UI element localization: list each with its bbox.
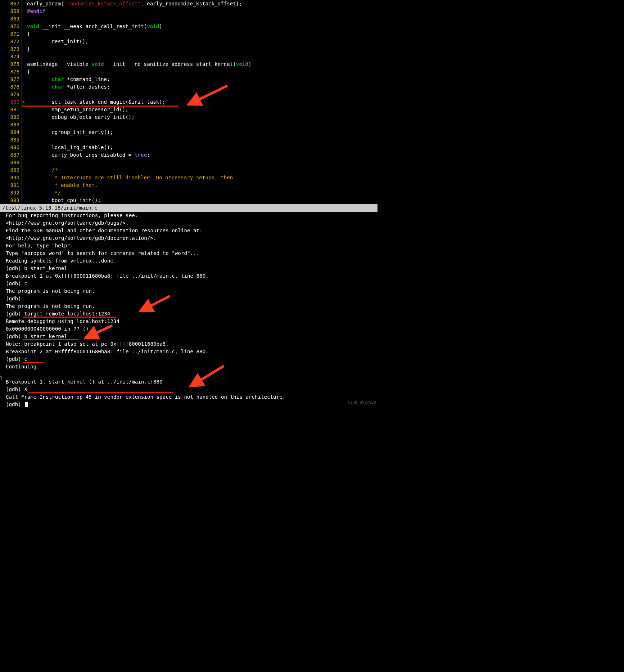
gdb-terminal-pane[interactable]: For bug reporting instructions, please s… bbox=[0, 212, 377, 407]
code-line[interactable]: 891 * enable them. bbox=[0, 182, 377, 189]
code-line[interactable]: 884 cgroup_init_early(); bbox=[0, 129, 377, 136]
editor-status-bar: /test/linux-5.13.18/init/main.c bbox=[0, 204, 377, 212]
code-line[interactable]: 886 local_irq_disable(); bbox=[0, 144, 377, 151]
terminal-line[interactable]: (gdb) b start_kernel bbox=[6, 265, 377, 272]
code-text[interactable]: void __init __weak arch_call_rest_init(v… bbox=[26, 23, 162, 30]
code-text[interactable]: boot_cpu_init(); bbox=[26, 197, 101, 204]
code-text[interactable]: char *after_dashes; bbox=[26, 83, 110, 91]
terminal-line[interactable]: <http://www.gnu.org/software/gdb/documen… bbox=[6, 234, 377, 242]
code-line[interactable]: 876{ bbox=[0, 68, 377, 76]
code-line[interactable]: 883 bbox=[0, 121, 377, 129]
code-text[interactable]: smp_setup_processor_id(); bbox=[26, 106, 128, 113]
terminal-line[interactable]: Find the GDB manual and other documentat… bbox=[6, 227, 377, 234]
code-line[interactable]: 868#endif bbox=[0, 8, 377, 15]
terminal-line[interactable]: <http://www.gnu.org/software/gdb/bugs/>. bbox=[6, 219, 377, 227]
terminal-line[interactable]: (gdb) c bbox=[6, 355, 377, 363]
line-number: 872 bbox=[4, 38, 22, 45]
highlight-underline bbox=[29, 392, 173, 393]
code-line[interactable]: 888 bbox=[0, 159, 377, 166]
code-text[interactable]: early_param("randomize_kstack_offset", e… bbox=[26, 0, 242, 8]
line-number: 893 bbox=[4, 197, 22, 204]
line-number: 874 bbox=[4, 53, 22, 61]
code-editor-pane[interactable]: 867early_param("randomize_kstack_offset"… bbox=[0, 0, 377, 204]
line-number: 869 bbox=[4, 15, 22, 23]
code-text[interactable]: early_boot_irqs_disabled = true; bbox=[26, 151, 150, 159]
terminal-line[interactable]: The program is not being run. bbox=[6, 303, 377, 310]
code-line[interactable]: 869 bbox=[0, 15, 377, 23]
breakpoint-column[interactable]: > bbox=[22, 98, 26, 106]
terminal-line[interactable]: 0x0000000040000000 in ?? () bbox=[6, 325, 377, 333]
code-text[interactable]: { bbox=[26, 68, 30, 76]
terminal-line[interactable]: Call Frame Instruction op 45 in vendor e… bbox=[6, 393, 377, 401]
terminal-cursor bbox=[25, 402, 28, 407]
code-text[interactable]: local_irq_disable(); bbox=[26, 144, 113, 151]
code-text[interactable]: char *command_line; bbox=[26, 76, 110, 83]
line-number: 885 bbox=[4, 136, 22, 144]
code-line[interactable]: 880> set_task_stack_end_magic(&init_task… bbox=[0, 98, 377, 106]
code-text[interactable]: * Interrupts are still disabled. Do nece… bbox=[26, 174, 233, 182]
code-text[interactable]: } bbox=[26, 45, 30, 53]
terminal-line[interactable]: Reading symbols from vmlinux...done. bbox=[6, 257, 377, 265]
line-number: 883 bbox=[4, 121, 22, 129]
line-number: 875 bbox=[4, 61, 22, 68]
code-line[interactable]: 872 rest_init(); bbox=[0, 38, 377, 45]
terminal-line[interactable]: (gdb) bbox=[6, 401, 377, 407]
terminal-line[interactable]: (gdb) bbox=[6, 295, 377, 303]
line-number: 876 bbox=[4, 68, 22, 76]
line-number: 877 bbox=[4, 76, 22, 83]
code-line[interactable]: 887 early_boot_irqs_disabled = true; bbox=[0, 151, 377, 159]
code-text[interactable]: asmlinkage __visible void __init __no_sa… bbox=[26, 61, 252, 68]
line-number: 871 bbox=[4, 30, 22, 38]
highlight-underline bbox=[23, 339, 78, 340]
highlight-underline bbox=[22, 106, 178, 107]
code-line[interactable]: 893 boot_cpu_init(); bbox=[0, 197, 377, 204]
terminal-line[interactable]: Type "apropos word" to search for comman… bbox=[6, 250, 377, 257]
terminal-line[interactable]: Continuing. bbox=[6, 363, 377, 371]
line-number: 867 bbox=[4, 0, 22, 8]
code-text[interactable]: #endif bbox=[26, 8, 45, 15]
terminal-line[interactable]: (gdb) c bbox=[6, 280, 377, 287]
code-text[interactable]: debug_objects_early_init(); bbox=[26, 113, 135, 121]
line-number: 882 bbox=[4, 113, 22, 121]
code-text[interactable]: cgroup_init_early(); bbox=[26, 129, 113, 136]
code-line[interactable]: 889 /* bbox=[0, 166, 377, 174]
line-number: 889 bbox=[4, 166, 22, 174]
terminal-line[interactable]: Note: breakpoint 1 also set at pc 0xffff… bbox=[6, 340, 377, 348]
line-number: 878 bbox=[4, 83, 22, 91]
line-number: 888 bbox=[4, 159, 22, 166]
line-number: 880 bbox=[4, 98, 22, 106]
terminal-line[interactable]: Breakpoint 2 at 0xffff800011680ba8: file… bbox=[6, 348, 377, 355]
terminal-line[interactable]: For bug reporting instructions, please s… bbox=[6, 212, 377, 219]
code-line[interactable]: 882 debug_objects_early_init(); bbox=[0, 113, 377, 121]
code-line[interactable]: 881 smp_setup_processor_id(); bbox=[0, 106, 377, 113]
code-text[interactable]: /* bbox=[26, 166, 58, 174]
terminal-line[interactable]: For help, type "help". bbox=[6, 242, 377, 250]
line-number: 881 bbox=[4, 106, 22, 113]
code-line[interactable]: 892 */ bbox=[0, 189, 377, 197]
terminal-line[interactable]: The program is not being run. bbox=[6, 287, 377, 295]
code-line[interactable]: 875asmlinkage __visible void __init __no… bbox=[0, 61, 377, 68]
code-text[interactable]: rest_init(); bbox=[26, 38, 89, 45]
code-text[interactable]: set_task_stack_end_magic(&init_task); bbox=[26, 98, 165, 106]
code-line[interactable]: 885 bbox=[0, 136, 377, 144]
terminal-line[interactable]: Breakpoint 1, start_kernel () at ../init… bbox=[6, 378, 377, 386]
line-number: 887 bbox=[4, 151, 22, 159]
line-number: 868 bbox=[4, 8, 22, 15]
code-line[interactable]: 877 char *command_line; bbox=[0, 76, 377, 83]
code-line[interactable]: 878 char *after_dashes; bbox=[0, 83, 377, 91]
line-number: 884 bbox=[4, 129, 22, 136]
terminal-line[interactable] bbox=[6, 371, 377, 378]
code-text[interactable]: */ bbox=[26, 189, 61, 197]
terminal-line[interactable]: Remote debugging using localhost:1234 bbox=[6, 318, 377, 325]
code-line[interactable]: 867early_param("randomize_kstack_offset"… bbox=[0, 0, 377, 8]
code-line[interactable]: 873} bbox=[0, 45, 377, 53]
code-line[interactable]: 890 * Interrupts are still disabled. Do … bbox=[0, 174, 377, 182]
code-line[interactable]: 874 bbox=[0, 53, 377, 61]
line-number: 892 bbox=[4, 189, 22, 197]
terminal-line[interactable]: Breakpoint 1 at 0xffff800011680ba8: file… bbox=[6, 272, 377, 280]
code-line[interactable]: 879 bbox=[0, 91, 377, 98]
code-line[interactable]: 871{ bbox=[0, 30, 377, 38]
code-text[interactable]: * enable them. bbox=[26, 182, 98, 189]
code-text[interactable]: { bbox=[26, 30, 30, 38]
code-line[interactable]: 870void __init __weak arch_call_rest_ini… bbox=[0, 23, 377, 30]
